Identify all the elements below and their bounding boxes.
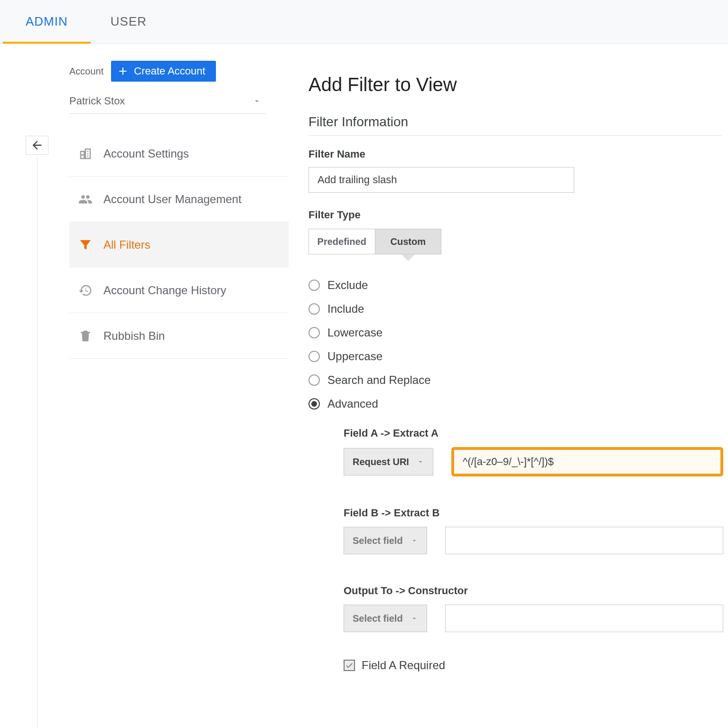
building-icon (77, 147, 94, 161)
vertical-divider (37, 158, 37, 728)
segment-custom[interactable]: Custom (375, 229, 442, 254)
radio-label: Search and Replace (327, 373, 430, 387)
advanced-section: Field A -> Extract A Request URI Field B… (344, 427, 723, 632)
tab-admin[interactable]: ADMIN (26, 0, 68, 43)
custom-filter-radios: Exclude Include Lowercase Uppercase Sear… (308, 273, 721, 416)
page-title: Add Filter to View (308, 74, 721, 95)
account-label: Account (69, 66, 103, 77)
field-a-expression-input[interactable] (456, 450, 600, 474)
select-value: Select field (353, 613, 403, 624)
create-account-label: Create Account (134, 65, 205, 77)
field-a-label: Field A -> Extract A (344, 427, 723, 439)
segment-predefined[interactable]: Predefined (308, 229, 375, 254)
account-selected-value: Patrick Stox (69, 95, 125, 107)
radio-lowercase[interactable]: Lowercase (308, 321, 721, 345)
radio-label: Exclude (327, 279, 368, 292)
radio-icon (308, 398, 320, 410)
output-select[interactable]: Select field (344, 605, 427, 632)
nav-label: Rubbish Bin (103, 329, 165, 343)
radio-icon (308, 327, 320, 338)
trash-icon (77, 329, 94, 343)
filter-icon (77, 238, 94, 252)
radio-icon (308, 303, 320, 315)
back-arrow-icon (30, 139, 44, 152)
checkbox-label: Field A Required (362, 659, 445, 672)
back-button[interactable] (26, 136, 48, 155)
field-a-select[interactable]: Request URI (344, 448, 433, 476)
field-a-required-row[interactable]: Field A Required (344, 659, 721, 672)
radio-search-replace[interactable]: Search and Replace (308, 368, 721, 392)
create-account-button[interactable]: Create Account (111, 61, 215, 82)
radio-include[interactable]: Include (308, 297, 721, 321)
filter-name-label: Filter Name (308, 148, 721, 160)
nav-change-history[interactable]: Account Change History (69, 268, 289, 313)
chevron-down-icon (411, 615, 418, 622)
account-select[interactable]: Patrick Stox (69, 88, 266, 114)
radio-icon (308, 280, 320, 291)
users-icon (77, 192, 94, 206)
radio-exclude[interactable]: Exclude (308, 273, 721, 297)
tab-user[interactable]: USER (111, 0, 147, 43)
field-b-select[interactable]: Select field (344, 527, 427, 554)
account-nav: Account Settings Account User Management… (69, 131, 289, 359)
radio-advanced[interactable]: Advanced (308, 392, 721, 416)
nav-account-settings[interactable]: Account Settings (69, 131, 289, 177)
nav-user-management[interactable]: Account User Management (69, 177, 289, 222)
filter-name-input[interactable] (308, 167, 574, 193)
radio-label: Uppercase (327, 350, 383, 363)
nav-label: Account User Management (103, 193, 242, 206)
radio-label: Lowercase (327, 326, 383, 339)
filter-type-label: Filter Type (308, 209, 721, 221)
radio-label: Include (327, 302, 364, 316)
radio-icon (308, 351, 320, 362)
nav-rubbish-bin[interactable]: Rubbish Bin (69, 313, 289, 359)
output-expression-input[interactable] (445, 605, 723, 632)
nav-label: Account Change History (103, 284, 226, 297)
segment-pointer (401, 254, 415, 261)
top-tabs: ADMIN USER (0, 0, 728, 44)
content: Add Filter to View Filter Information Fi… (266, 44, 721, 672)
output-label: Output To -> Constructor (344, 585, 723, 597)
divider (308, 135, 721, 136)
nav-label: Account Settings (103, 147, 189, 160)
history-icon (77, 283, 94, 298)
radio-icon (308, 374, 320, 386)
nav-all-filters[interactable]: All Filters (69, 222, 289, 268)
field-b-expression-input[interactable] (445, 527, 723, 554)
chevron-down-icon (417, 458, 424, 466)
chevron-down-icon (252, 97, 261, 105)
filter-type-segmented: Predefined Custom (308, 229, 441, 254)
section-filter-information: Filter Information (308, 114, 721, 133)
field-b-label: Field B -> Extract B (344, 507, 723, 519)
chevron-down-icon (411, 537, 418, 544)
select-value: Select field (353, 535, 403, 546)
radio-uppercase[interactable]: Uppercase (308, 345, 721, 368)
nav-label: All Filters (103, 238, 150, 252)
plus-icon (117, 65, 129, 77)
checkbox-checked-icon (344, 660, 355, 671)
field-a-highlight (451, 447, 723, 476)
radio-label: Advanced (327, 397, 378, 411)
select-value: Request URI (353, 457, 409, 467)
